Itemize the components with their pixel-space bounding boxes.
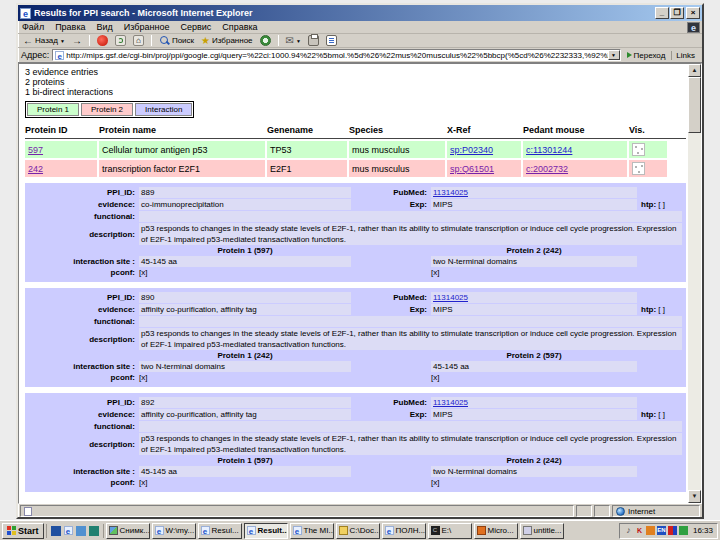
pubmed-value: 11314025 — [431, 187, 637, 198]
folder-icon — [339, 526, 348, 535]
language-indicator[interactable]: EN — [657, 526, 666, 535]
back-dropdown-icon[interactable]: ▼ — [60, 38, 65, 44]
start-label: Start — [18, 526, 39, 536]
ppi-section-892: PPI_ID: 892 PubMed: 11314025 evidence: a… — [25, 393, 686, 492]
pedant-link[interactable]: c:2002732 — [526, 164, 568, 174]
scroll-up-button[interactable]: ▲ — [688, 64, 701, 77]
col-vis: Vis. — [629, 125, 667, 135]
address-dropdown-button[interactable]: ▼ — [608, 50, 620, 60]
minimize-button[interactable]: _ — [655, 7, 669, 19]
evidence-value: co-immunoprecipitation — [139, 199, 351, 210]
description-value: p53 responds to changes in the steady st… — [139, 328, 682, 350]
restore-button[interactable]: ❐ — [670, 7, 684, 19]
toolbar: ← Назад ▼ → ⌂ Поиск ★ Избранное ✉▼ — [18, 34, 702, 48]
antivirus-icon[interactable]: K — [635, 526, 644, 535]
pubmed-link[interactable]: 11314025 — [433, 293, 468, 302]
menu-tools[interactable]: Сервис — [180, 22, 211, 32]
site1-value: 45-145 aa — [139, 256, 351, 267]
menu-view[interactable]: Вид — [97, 22, 113, 32]
site2-value: 45-145 aa — [431, 361, 637, 372]
cell-vis — [629, 160, 667, 177]
menu-edit[interactable]: Правка — [55, 22, 85, 32]
pubmed-link[interactable]: 11314025 — [433, 188, 468, 197]
htp-value: [ ] — [658, 410, 665, 419]
interaction-site-label: interaction site : — [27, 362, 135, 371]
xref-link[interactable]: sp:P02340 — [450, 145, 493, 155]
mail-button[interactable]: ✉▼ — [284, 34, 303, 47]
ppi-section-889: PPI_ID: 889 PubMed: 11314025 evidence: c… — [25, 183, 686, 282]
task-button-10[interactable]: untitle... — [520, 523, 564, 539]
task-button-5[interactable]: eThe MI... — [290, 523, 334, 539]
ie-throbber-icon: e — [687, 22, 700, 33]
home-button[interactable]: ⌂ — [131, 34, 146, 47]
task-button-9[interactable]: Micro... — [474, 523, 518, 539]
visualization-icon[interactable] — [632, 143, 645, 156]
protein1-header: Protein 1 (597) — [139, 246, 351, 255]
interaction-site-label: interaction site : — [27, 467, 135, 476]
favorites-button[interactable]: ★ Избранное — [199, 34, 255, 47]
col-genename: Genename — [267, 125, 347, 135]
exp-label: Exp: — [355, 305, 427, 314]
xref-link[interactable]: sp:Q61501 — [450, 164, 494, 174]
htp-value: [ ] — [658, 200, 665, 209]
protein-table-header: Protein ID Protein name Genename Species… — [25, 123, 686, 139]
col-species: Species — [349, 125, 445, 135]
app-icon[interactable] — [89, 526, 99, 536]
status-pane — [594, 505, 610, 517]
history-button[interactable] — [258, 34, 273, 47]
site2-value: two N-terminal domains — [431, 256, 637, 267]
search-button[interactable]: Поиск — [157, 34, 196, 47]
refresh-icon — [115, 35, 126, 46]
task-button-8[interactable]: CE:\ — [428, 523, 472, 539]
cell-species: mus musculus — [349, 160, 445, 177]
print-button[interactable] — [306, 34, 321, 47]
menu-favorites[interactable]: Избранное — [124, 22, 170, 32]
tray-app-icon[interactable] — [679, 526, 688, 535]
refresh-button[interactable] — [113, 34, 128, 47]
links-label[interactable]: Links — [671, 51, 699, 60]
pedant-link[interactable]: c:11301244 — [526, 145, 572, 155]
address-input[interactable]: e http://mips.gsf.de/cgi-bin/proj/ppi/go… — [52, 49, 620, 61]
visualization-icon[interactable] — [632, 162, 645, 175]
task-button-6[interactable]: C:\Doc... — [336, 523, 380, 539]
task-button-2[interactable]: eW:\my... — [152, 523, 196, 539]
menu-file[interactable]: Файл — [22, 22, 44, 32]
history-icon — [260, 35, 271, 46]
back-button[interactable]: ← Назад ▼ — [21, 34, 67, 47]
scroll-down-button[interactable]: ▼ — [688, 490, 701, 503]
tray-app-icon[interactable] — [646, 526, 655, 535]
ie-quicklaunch-icon[interactable]: e — [64, 526, 73, 535]
protein-id-link[interactable]: 242 — [28, 164, 43, 174]
vertical-scrollbar[interactable]: ▲ ▼ — [688, 64, 701, 503]
outlook-icon[interactable] — [76, 526, 86, 536]
search-icon — [159, 35, 170, 46]
task-button-7[interactable]: eПОЛН... — [382, 523, 426, 539]
start-button[interactable]: Start — [2, 523, 44, 539]
title-bar[interactable]: e Results for PPI search - Microsoft Int… — [18, 5, 702, 21]
protein-id-link[interactable]: 597 — [28, 145, 43, 155]
go-button[interactable]: Переход — [624, 51, 669, 60]
edit-button[interactable] — [324, 34, 339, 47]
show-desktop-icon[interactable] — [51, 526, 61, 536]
stop-button[interactable] — [95, 34, 110, 47]
task-button-4-active[interactable]: eResult... — [244, 523, 288, 539]
address-label: Адрес: — [21, 50, 49, 60]
ppi-id-value: 889 — [139, 187, 351, 198]
image-icon — [109, 526, 118, 535]
close-button[interactable]: × — [686, 7, 700, 19]
ppi-id-label: PPI_ID: — [27, 398, 135, 407]
volume-icon[interactable]: ♪ — [624, 526, 633, 535]
forward-button[interactable]: → — [70, 34, 84, 47]
interaction-count: 1 bi-direct interactions — [25, 88, 686, 97]
task-button-1[interactable]: Снимк... — [106, 523, 150, 539]
mail-dropdown-icon[interactable]: ▼ — [296, 38, 301, 44]
mail-icon: ✉ — [286, 35, 294, 46]
task-button-3[interactable]: eResul... — [198, 523, 242, 539]
pubmed-link[interactable]: 11314025 — [433, 398, 468, 407]
ie-icon: e — [293, 526, 302, 535]
pconf1-value: [x] — [139, 373, 351, 382]
tray-app-icon[interactable] — [668, 526, 677, 535]
scroll-thumb[interactable] — [688, 77, 701, 133]
address-url[interactable]: http://mips.gsf.de/cgi-bin/proj/ppi/goog… — [66, 51, 607, 60]
menu-help[interactable]: Справка — [222, 22, 257, 32]
